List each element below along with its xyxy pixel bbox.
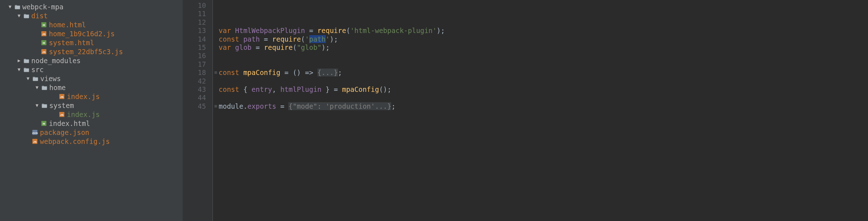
line-number[interactable]: 10	[183, 1, 206, 10]
code-token: htmlPlugin	[280, 85, 321, 93]
code-token: module.	[219, 102, 247, 110]
tree-item-label: index.js	[67, 110, 100, 118]
fold-marker	[213, 60, 219, 69]
code-token: );	[330, 35, 338, 43]
line-number[interactable]: 42	[183, 77, 206, 85]
code-token: {	[239, 85, 251, 93]
code-token: entry	[252, 85, 272, 93]
code-line: const path = require('path');	[219, 35, 868, 43]
line-number[interactable]: 18	[183, 69, 206, 77]
line-number[interactable]: 15	[183, 43, 206, 52]
folder-icon	[41, 85, 47, 90]
tree-item-webpack-config-js[interactable]: JSwebpack.config.js	[0, 137, 183, 146]
code-line	[219, 52, 868, 60]
tree-item-package-json[interactable]: JSONpackage.json	[0, 128, 183, 137]
code-token: = () =>	[280, 69, 317, 76]
line-number[interactable]: 16	[183, 52, 206, 60]
fold-column: ⊞⊞	[213, 0, 219, 221]
tree-item-label: system_22dbf5c3.js	[49, 48, 123, 56]
js-icon: JS	[59, 94, 65, 99]
tree-item-label: webpck-mpa	[22, 3, 63, 11]
chevron-right-icon[interactable]: ▶	[16, 58, 22, 63]
code-line: const mpaConfig = () => {...};	[219, 69, 868, 77]
tree-item-src[interactable]: ▼src	[0, 65, 183, 74]
tree-item-views[interactable]: ▼views	[0, 74, 183, 83]
code-token: require	[317, 27, 346, 34]
tree-item-label: home_1b9c16d2.js	[49, 30, 115, 38]
line-number[interactable]: 14	[183, 35, 206, 43]
code-fold: {"mode": 'production'...}	[288, 102, 391, 110]
fold-marker	[213, 85, 219, 94]
code-token: require	[272, 35, 301, 43]
code-token: ;	[338, 69, 342, 76]
tree-item-label: system.html	[49, 39, 94, 47]
code-line: module.exports = {"mode": 'production'..…	[219, 102, 868, 110]
folder-icon	[23, 58, 29, 64]
chevron-down-icon[interactable]: ▼	[25, 76, 31, 81]
line-number[interactable]: 11	[183, 10, 206, 18]
code-token	[231, 27, 235, 34]
chevron-down-icon[interactable]: ▼	[16, 67, 22, 72]
code-line	[219, 94, 868, 102]
tree-item-home-html[interactable]: Hhome.html	[0, 20, 183, 29]
line-number[interactable]: 45	[183, 102, 206, 110]
svg-text:JS: JS	[33, 140, 37, 144]
chevron-down-icon[interactable]: ▼	[7, 4, 13, 9]
js-icon: JS	[41, 49, 47, 55]
fold-marker	[213, 35, 219, 43]
svg-text:JSON: JSON	[32, 132, 38, 134]
fold-marker	[213, 43, 219, 52]
line-number[interactable]: 17	[183, 60, 206, 69]
fold-marker	[213, 52, 219, 60]
tree-item-dist[interactable]: ▼dist	[0, 11, 183, 20]
tree-item-webpck-mpa[interactable]: ▼webpck-mpa	[0, 2, 183, 11]
tree-item-index-js[interactable]: JSindex.js	[0, 92, 183, 101]
tree-item-label: home.html	[49, 21, 86, 29]
tree-item-label: webpack.config.js	[40, 137, 110, 145]
code-token: ;	[391, 102, 395, 110]
folder-icon	[14, 4, 20, 10]
json-icon: JSON	[32, 130, 38, 135]
tree-item-home[interactable]: ▼home	[0, 83, 183, 92]
tree-item-label: views	[40, 75, 61, 83]
tree-item-system-22dbf5c3-js[interactable]: JSsystem_22dbf5c3.js	[0, 47, 183, 56]
code-token: );	[437, 27, 445, 34]
fold-marker	[213, 77, 219, 85]
line-number[interactable]: 43	[183, 85, 206, 94]
tree-item-index-html[interactable]: Hindex.html	[0, 119, 183, 128]
code-token: path	[309, 35, 326, 43]
fold-marker[interactable]: ⊞	[213, 102, 219, 110]
line-number[interactable]: 12	[183, 18, 206, 27]
chevron-down-icon[interactable]: ▼	[34, 85, 40, 90]
js-icon: JS	[32, 138, 38, 144]
tree-item-system[interactable]: ▼system	[0, 101, 183, 110]
svg-text:JS: JS	[42, 33, 46, 36]
code-content[interactable]: var HtmlWebpackPlugin = require('html-we…	[219, 0, 868, 221]
svg-text:H: H	[43, 23, 45, 27]
tree-item-label: index.js	[67, 93, 100, 100]
fold-marker	[213, 18, 219, 27]
code-line: const { entry, htmlPlugin } = mpaConfig(…	[219, 85, 868, 94]
line-number[interactable]: 13	[183, 27, 206, 35]
folder-icon	[23, 67, 29, 72]
chevron-down-icon[interactable]: ▼	[34, 103, 40, 108]
tree-item-label: dist	[31, 12, 48, 20]
tree-item-label: node_modules	[31, 57, 81, 65]
code-token: ,	[272, 85, 280, 93]
svg-text:H: H	[43, 122, 45, 126]
tree-item-system-html[interactable]: Hsystem.html	[0, 38, 183, 47]
code-editor: 10111213141516171842434445 ⊞⊞ var HtmlWe…	[183, 0, 868, 221]
js-icon: JS	[41, 31, 47, 37]
code-token: const	[219, 85, 239, 93]
fold-marker[interactable]: ⊞	[213, 69, 219, 77]
fold-marker	[213, 10, 219, 18]
line-number[interactable]: 44	[183, 94, 206, 102]
code-token: exports	[247, 102, 276, 110]
chevron-down-icon[interactable]: ▼	[16, 13, 22, 18]
tree-item-node-modules[interactable]: ▶node_modules	[0, 56, 183, 65]
code-token: (	[293, 43, 297, 51]
tree-item-index-js[interactable]: JSindex.js	[0, 110, 183, 119]
code-token: =	[260, 35, 272, 43]
svg-text:JS: JS	[60, 113, 64, 117]
tree-item-home-1b9c16d2-js[interactable]: JShome_1b9c16d2.js	[0, 29, 183, 38]
